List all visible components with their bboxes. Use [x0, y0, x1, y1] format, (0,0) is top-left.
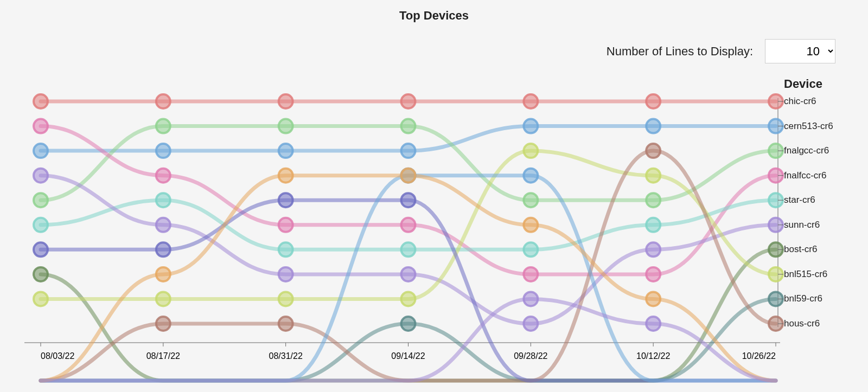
series-dot-fnalgcc-cr6: [34, 193, 48, 207]
series-dot-hous-cr6: [646, 144, 660, 158]
series-dot-star-cr6: [646, 218, 660, 232]
device-label-bnl515-cr6: bnl515-cr6: [784, 269, 827, 279]
series-dot-fnalgcc-cr6: [646, 193, 660, 207]
series-dot-fnalfcc-cr6: [156, 169, 170, 183]
series-dot-sunn-cr6: [156, 218, 170, 232]
bump-chart: 08/03/2208/17/2208/31/2209/14/2209/28/22…: [0, 23, 868, 391]
series-dot-star-cr6: [401, 242, 416, 256]
series-dot-cern513-cr6: [646, 119, 660, 133]
series-dot-bnl515-cr6: [646, 169, 660, 183]
series-dot-extra-b: [524, 169, 538, 183]
series-dot-cern513-cr6: [401, 144, 416, 158]
x-tick-label: 10/12/22: [636, 351, 670, 361]
series-dot-fnalgcc-cr6: [156, 119, 170, 133]
series-dot-extra-c: [524, 218, 538, 232]
series-dot-extra-a: [279, 193, 293, 207]
device-label-fnalfcc-cr6: fnalfcc-cr6: [784, 170, 826, 181]
series-line-extra-d: [41, 299, 776, 381]
series-dot-extra-a: [401, 193, 416, 207]
series-dot-star-cr6: [156, 193, 170, 207]
x-tick-label: 09/28/22: [514, 351, 547, 361]
series-dot-chic-cr6: [401, 94, 416, 108]
series-dot-fnalfcc-cr6: [279, 218, 293, 232]
series-dot-bost-cr6: [34, 267, 48, 281]
series-dot-cern513-cr6: [279, 144, 293, 158]
series-dot-bnl59-cr6: [401, 317, 416, 331]
series-dot-extra-d: [646, 317, 660, 331]
series-dot-chic-cr6: [646, 94, 660, 108]
series-dot-cern513-cr6: [34, 144, 48, 158]
series-dot-bnl515-cr6: [401, 292, 416, 306]
x-tick-label: 08/17/22: [146, 351, 180, 361]
series-dot-fnalgcc-cr6: [279, 119, 293, 133]
lines-to-display-label: Number of Lines to Display:: [607, 44, 753, 59]
series-dot-star-cr6: [34, 218, 48, 232]
device-label-sunn-cr6: sunn-cr6: [784, 220, 820, 230]
controls-row: Number of Lines to Display: 5101520: [607, 39, 835, 63]
series-dot-extra-a: [156, 242, 170, 256]
x-tick-label: 09/14/22: [391, 351, 425, 361]
series-dot-bnl515-cr6: [524, 144, 538, 158]
series-dot-extra-c: [401, 169, 416, 183]
series-dot-fnalgcc-cr6: [524, 193, 538, 207]
series-dot-star-cr6: [279, 242, 293, 256]
series-dot-cern513-cr6: [156, 144, 170, 158]
device-label-chic-cr6: chic-cr6: [784, 96, 816, 106]
legend-title: Device: [784, 77, 822, 91]
device-label-star-cr6: star-cr6: [784, 195, 815, 205]
series-dot-sunn-cr6: [401, 267, 416, 281]
series-dot-sunn-cr6: [279, 267, 293, 281]
series-dot-fnalgcc-cr6: [401, 119, 416, 133]
series-dot-chic-cr6: [156, 94, 170, 108]
series-dot-chic-cr6: [524, 94, 538, 108]
device-label-fnalgcc-cr6: fnalgcc-cr6: [784, 145, 829, 156]
x-tick-label: 08/31/22: [269, 351, 303, 361]
device-label-hous-cr6: hous-cr6: [784, 318, 820, 329]
series-dot-bnl515-cr6: [34, 292, 48, 306]
series-dot-sunn-cr6: [34, 169, 48, 183]
series-dot-chic-cr6: [279, 94, 293, 108]
x-tick-label: 08/03/22: [41, 351, 74, 361]
series-dot-hous-cr6: [279, 317, 293, 331]
series-dot-bnl515-cr6: [156, 292, 170, 306]
series-line-bnl59-cr6: [41, 299, 776, 381]
x-tick-label: 10/26/22: [742, 351, 776, 361]
series-dot-extra-c: [646, 292, 660, 306]
series-dot-chic-cr6: [34, 94, 48, 108]
lines-to-display-select[interactable]: 5101520: [765, 39, 835, 63]
series-dot-fnalfcc-cr6: [646, 267, 660, 281]
series-dot-extra-c: [279, 169, 293, 183]
device-label-bnl59-cr6: bnl59-cr6: [784, 293, 822, 304]
series-dot-sunn-cr6: [646, 242, 660, 256]
series-dot-fnalfcc-cr6: [401, 218, 416, 232]
chart-title: Top Devices: [0, 0, 868, 23]
series-dot-fnalfcc-cr6: [34, 119, 48, 133]
series-dot-bnl515-cr6: [279, 292, 293, 306]
series-dot-extra-a: [34, 242, 48, 256]
series-dot-sunn-cr6: [524, 317, 538, 331]
series-dot-fnalfcc-cr6: [524, 267, 538, 281]
series-line-fnalgcc-cr6: [41, 126, 776, 201]
series-dot-extra-c: [156, 267, 170, 281]
device-label-cern513-cr6: cern513-cr6: [784, 121, 833, 131]
device-label-bost-cr6: bost-cr6: [784, 244, 817, 254]
series-dot-star-cr6: [524, 242, 538, 256]
series-dot-extra-d: [524, 292, 538, 306]
series-dot-hous-cr6: [156, 317, 170, 331]
series-dot-cern513-cr6: [524, 119, 538, 133]
